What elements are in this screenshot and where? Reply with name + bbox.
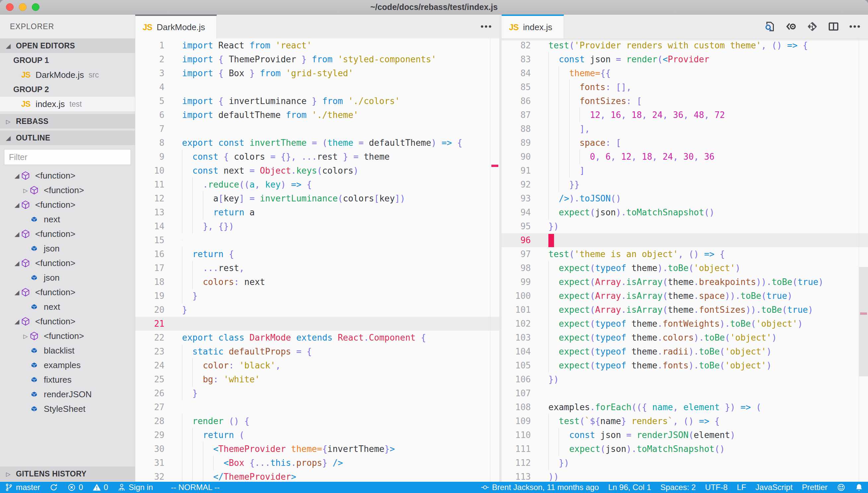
statusbar-eol[interactable]: LF bbox=[732, 482, 751, 493]
statusbar-sync-status[interactable] bbox=[45, 482, 63, 493]
code-line-110[interactable]: 110 const json = renderJSON(element) bbox=[502, 428, 868, 442]
outline-item-function[interactable]: <function> bbox=[0, 256, 135, 270]
outline-item-function[interactable]: <function> bbox=[0, 197, 135, 212]
code-line-101[interactable]: 101 expect(Array.isArray(theme.fontSizes… bbox=[502, 303, 868, 317]
chevron-expanded-icon[interactable] bbox=[13, 201, 21, 208]
code-line-9[interactable]: 9 const { colors = {}, ...rest } = theme bbox=[135, 150, 499, 164]
code-line-112[interactable]: 112 }) bbox=[502, 456, 868, 470]
code-line-3[interactable]: 3import { Box } from 'grid-styled' bbox=[135, 66, 499, 80]
code-line-19[interactable]: 19 } bbox=[135, 289, 499, 303]
tab-index-js[interactable]: JS index.js bbox=[502, 15, 564, 39]
code-line-102[interactable]: 102 expect(typeof theme.fontWeights).toB… bbox=[502, 317, 868, 331]
statusbar-cursor-position[interactable]: Ln 96, Col 1 bbox=[603, 482, 656, 493]
code-line-4[interactable]: 4 bbox=[135, 80, 499, 94]
scrollbar-slider[interactable] bbox=[859, 267, 868, 377]
git-diamond-icon[interactable] bbox=[806, 21, 818, 33]
code-line-86[interactable]: 86 fontSizes: [ bbox=[502, 94, 868, 108]
code-line-21[interactable]: 21 bbox=[135, 317, 499, 331]
chevron-expanded-icon[interactable] bbox=[13, 172, 21, 179]
code-line-6[interactable]: 6import defaultTheme from './theme' bbox=[135, 108, 499, 122]
section-outline[interactable]: OUTLINE bbox=[0, 131, 135, 145]
statusbar-language-mode[interactable]: JavaScript bbox=[751, 482, 798, 493]
tab-darkmode-js[interactable]: JS DarkMode.js bbox=[135, 15, 217, 39]
code-line-28[interactable]: 28 render () { bbox=[135, 414, 499, 428]
code-line-29[interactable]: 29 return ( bbox=[135, 428, 499, 442]
editor-group-sash[interactable] bbox=[499, 15, 502, 482]
statusbar-encoding[interactable]: UTF-8 bbox=[701, 482, 732, 493]
code-line-94[interactable]: 94 expect(json).toMatchSnapshot() bbox=[502, 206, 868, 219]
code-line-98[interactable]: 98 expect(typeof theme).toBe('object') bbox=[502, 261, 868, 275]
gitlens-blame-icon[interactable] bbox=[785, 21, 797, 33]
code-line-82[interactable]: 82test('Provider renders with custom the… bbox=[502, 39, 868, 52]
outline-item-function[interactable]: <function> bbox=[0, 314, 135, 329]
code-line-111[interactable]: 111 expect(json).toMatchSnapshot() bbox=[502, 442, 868, 456]
outline-item-function[interactable]: <function> bbox=[0, 285, 135, 300]
code-line-93[interactable]: 93 />).toJSON() bbox=[502, 192, 868, 206]
statusbar-vim-mode[interactable]: -- NORMAL -- bbox=[166, 482, 224, 493]
code-line-7[interactable]: 7 bbox=[135, 122, 499, 136]
split-editor-icon[interactable] bbox=[828, 21, 840, 33]
code-line-99[interactable]: 99 expect(Array.isArray(theme.breakpoint… bbox=[502, 275, 868, 289]
code-line-83[interactable]: 83 const json = render(<Provider bbox=[502, 52, 868, 66]
code-line-18[interactable]: 18 colors: next bbox=[135, 275, 499, 289]
code-line-27[interactable]: 27 bbox=[135, 400, 499, 414]
code-line-84[interactable]: 84 theme={{ bbox=[502, 66, 868, 80]
code-line-20[interactable]: 20} bbox=[135, 303, 499, 317]
code-line-96[interactable]: 96 bbox=[502, 233, 868, 247]
code-line-106[interactable]: 106}) bbox=[502, 372, 868, 386]
statusbar-error-count[interactable]: 0 bbox=[63, 482, 87, 493]
outline-item-examples[interactable]: examples bbox=[0, 358, 135, 372]
code-line-91[interactable]: 91 ] bbox=[502, 164, 868, 177]
chevron-expanded-icon[interactable] bbox=[13, 288, 21, 296]
code-line-88[interactable]: 88 ], bbox=[502, 122, 868, 136]
code-line-89[interactable]: 89 space: [ bbox=[502, 136, 868, 150]
code-line-32[interactable]: 32 </ThemeProvider> bbox=[135, 470, 499, 482]
outline-item-blacklist[interactable]: blacklist bbox=[0, 343, 135, 358]
chevron-collapsed-icon[interactable] bbox=[22, 187, 29, 194]
outline-item-next[interactable]: next bbox=[0, 212, 135, 227]
code-line-108[interactable]: 108examples.forEach(({ name, element }) … bbox=[502, 400, 868, 414]
code-line-16[interactable]: 16 return { bbox=[135, 247, 499, 261]
outline-item-stylesheet[interactable]: StyleSheet bbox=[0, 402, 135, 416]
code-line-90[interactable]: 90 0, 6, 12, 18, 24, 30, 36 bbox=[502, 150, 868, 164]
outline-item-json[interactable]: json bbox=[0, 241, 135, 256]
code-line-85[interactable]: 85 fonts: [], bbox=[502, 80, 868, 94]
code-line-113[interactable]: 113)) bbox=[502, 470, 868, 482]
chevron-expanded-icon[interactable] bbox=[13, 259, 21, 267]
outline-item-next[interactable]: next bbox=[0, 300, 135, 314]
code-line-13[interactable]: 13 return a bbox=[135, 206, 499, 219]
code-line-103[interactable]: 103 expect(typeof theme.colors).toBe('ob… bbox=[502, 331, 868, 345]
code-line-97[interactable]: 97test('theme is an object', () => { bbox=[502, 247, 868, 261]
section-gitlens-history[interactable]: GITLENS HISTORY bbox=[0, 467, 135, 481]
code-line-92[interactable]: 92 }} bbox=[502, 177, 868, 192]
code-line-30[interactable]: 30 <ThemeProvider theme={invertTheme}> bbox=[135, 442, 499, 456]
section-rebass[interactable]: REBASS bbox=[0, 114, 135, 129]
section-open-editors[interactable]: OPEN EDITORS bbox=[0, 39, 135, 53]
code-line-11[interactable]: 11 .reduce((a, key) => { bbox=[135, 177, 499, 192]
code-line-25[interactable]: 25 bg: 'white' bbox=[135, 372, 499, 386]
statusbar-git-blame[interactable]: Brent Jackson, 11 months ago bbox=[476, 482, 603, 493]
statusbar-indentation[interactable]: Spaces: 2 bbox=[656, 482, 701, 493]
outline-filter-input[interactable] bbox=[4, 149, 131, 165]
outline-item-function[interactable]: <function> bbox=[0, 227, 135, 241]
code-line-107[interactable]: 107 bbox=[502, 386, 868, 400]
open-editor-item-darkmode-js[interactable]: JSDarkMode.jssrc bbox=[0, 68, 135, 82]
chevron-collapsed-icon[interactable] bbox=[22, 332, 29, 340]
outline-item-function[interactable]: <function> bbox=[0, 168, 135, 183]
outline-item-fixtures[interactable]: fixtures bbox=[0, 372, 135, 387]
code-line-17[interactable]: 17 ...rest, bbox=[135, 261, 499, 275]
more-actions-icon[interactable] bbox=[480, 21, 492, 33]
code-line-1[interactable]: 1import React from 'react' bbox=[135, 39, 499, 52]
code-line-12[interactable]: 12 a[key] = invertLuminance(colors[key]) bbox=[135, 192, 499, 206]
code-editor-index[interactable]: 82test('Provider renders with custom the… bbox=[502, 39, 868, 482]
code-line-10[interactable]: 10 const next = Object.keys(colors) bbox=[135, 164, 499, 177]
code-line-31[interactable]: 31 <Box {...this.props} /> bbox=[135, 456, 499, 470]
outline-item-function[interactable]: <function> bbox=[0, 183, 135, 197]
code-line-15[interactable]: 15 bbox=[135, 233, 499, 247]
code-line-23[interactable]: 23 static defaultProps = { bbox=[135, 345, 499, 359]
chevron-expanded-icon[interactable] bbox=[13, 318, 21, 325]
open-editor-item-index-js[interactable]: JSindex.jstest bbox=[0, 97, 135, 111]
code-line-22[interactable]: 22export class DarkMode extends React.Co… bbox=[135, 331, 499, 345]
code-editor-darkmode[interactable]: 1import React from 'react'2import { Them… bbox=[135, 39, 499, 482]
outline-item-json[interactable]: json bbox=[0, 270, 135, 285]
